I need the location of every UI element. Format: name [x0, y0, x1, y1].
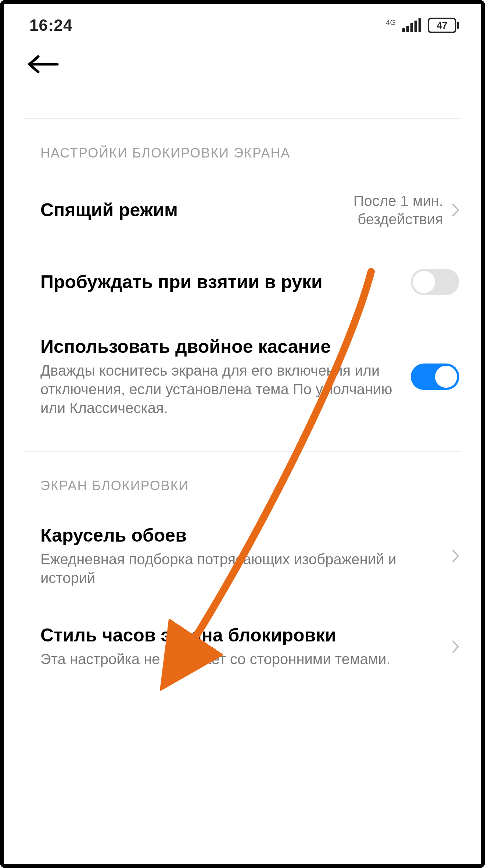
row-raise-to-wake[interactable]: Пробуждать при взятии в руки: [4, 264, 481, 300]
battery-percent: 47: [437, 20, 448, 31]
wallpaper-carousel-title: Карусель обоев: [40, 524, 441, 546]
row-lock-clock-style[interactable]: Стиль часов экрана блокировки Эта настро…: [4, 624, 481, 669]
status-indicators: 4G 47: [386, 18, 459, 33]
status-bar: 16:24 4G 47: [4, 4, 481, 37]
double-tap-title: Использовать двойное касание: [40, 336, 400, 358]
lock-clock-style-title: Стиль часов экрана блокировки: [40, 624, 441, 646]
chevron-right-icon: [452, 203, 459, 217]
raise-to-wake-title: Пробуждать при взятии в руки: [40, 271, 400, 293]
sleep-mode-value: После 1 мин. бездействия: [353, 192, 443, 228]
wallpaper-carousel-subtitle: Ежедневная подборка потрясающих изображе…: [40, 550, 441, 587]
double-tap-subtitle: Дважды коснитесь экрана для его включени…: [40, 361, 400, 418]
chevron-right-icon: [452, 640, 459, 653]
raise-to-wake-toggle[interactable]: [411, 269, 459, 295]
sleep-mode-title: Спящий режим: [40, 199, 342, 221]
lock-clock-style-subtitle: Эта настройка не работает со сторонними …: [40, 650, 441, 669]
row-double-tap[interactable]: Использовать двойное касание Дважды косн…: [4, 336, 481, 418]
row-wallpaper-carousel[interactable]: Карусель обоев Ежедневная подборка потря…: [4, 524, 481, 587]
double-tap-toggle[interactable]: [411, 364, 459, 390]
signal-strength-icon: [402, 19, 421, 32]
battery-indicator: 47: [428, 18, 459, 33]
row-sleep-mode[interactable]: Спящий режим После 1 мин. бездействия: [4, 192, 481, 228]
chevron-right-icon: [452, 549, 459, 563]
section-header-lock-screen: ЭКРАН БЛОКИРОВКИ: [4, 452, 481, 493]
section-header-lock-settings: НАСТРОЙКИ БЛОКИРОВКИ ЭКРАНА: [4, 119, 481, 161]
back-button[interactable]: [27, 54, 481, 74]
status-time: 16:24: [29, 16, 73, 35]
network-type-label: 4G: [386, 18, 396, 27]
